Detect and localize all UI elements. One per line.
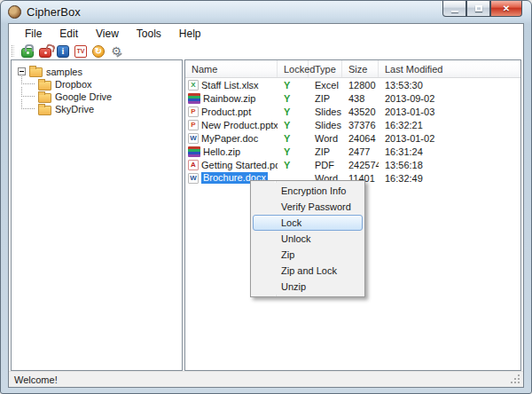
status-text: Welcome! [14,374,58,385]
file-name: Rainbow.zip [203,93,255,104]
tree-item-samples[interactable]: samples [13,65,180,78]
lock-icon[interactable] [21,48,34,58]
tree-label: SkyDrive [55,104,94,114]
column-header-modified[interactable]: Last Modified [379,60,520,77]
title-bar[interactable]: CipherBox ✕ [1,1,531,23]
file-modified: 16:31:24 [379,146,520,157]
ppt-file-icon: P [188,106,199,117]
file-row[interactable]: Hello.zip Y ZIP 2477 16:31:24 [185,145,520,158]
tree-label: Google Drive [55,91,112,102]
context-menu-item-lock[interactable]: Lock [253,215,363,231]
window-title: CipherBox [27,5,81,19]
file-modified: 13:56:18 [379,160,520,170]
app-icon [8,5,21,19]
tree-label: Dropbox [55,79,92,90]
menu-edit[interactable]: Edit [51,25,87,43]
zip-file-icon [188,146,200,157]
file-type: ZIP [309,146,342,157]
file-type: PDF [309,160,342,170]
file-size: 12800 [342,80,379,91]
file-modified: 2013-01-02 [379,133,520,144]
menu-tools[interactable]: Tools [128,25,170,43]
menu-bar: File Edit View Tools Help [9,24,523,43]
maximize-icon [475,5,482,12]
context-menu-item-unzip[interactable]: Unzip [253,279,363,295]
resize-grip-icon[interactable] [511,374,520,383]
archive-icon[interactable]: TV [74,45,87,58]
ppt-file-icon: P [188,120,199,130]
context-menu-item-unlock[interactable]: Unlock [253,231,363,247]
tree-item-google-drive[interactable]: Google Drive [13,91,180,103]
word-file-icon: W [188,133,199,144]
menu-help[interactable]: Help [170,25,210,43]
file-row[interactable]: PNew Product.pptx Y Slides 37376 16:32:2… [185,118,520,131]
tree-item-dropbox[interactable]: Dropbox [13,78,180,91]
file-name: Getting Started.pdf [201,160,278,170]
file-size: 43520 [342,106,379,117]
file-type: Slides [309,120,342,130]
locked-flag: Y [278,120,309,130]
file-type: Word [309,133,342,144]
folder-icon [38,93,51,103]
context-menu-item-zip-and-lock[interactable]: Zip and Lock [253,263,363,279]
status-bar: Welcome! [9,371,523,387]
context-menu-item-zip[interactable]: Zip [253,247,363,263]
file-modified: 2013-09-02 [379,93,520,104]
close-icon: ✕ [503,4,510,13]
file-size: 438 [342,93,379,104]
file-modified: 2013-01-03 [379,106,520,117]
menu-view[interactable]: View [87,25,128,43]
locked-flag: Y [278,93,309,104]
file-row[interactable]: WMyPaper.doc Y Word 24064 2013-01-02 [185,131,520,145]
locked-flag: Y [278,146,309,157]
column-header-name[interactable]: Name [185,60,278,77]
file-name: MyPaper.doc [201,133,258,144]
file-size: 2477 [342,146,379,157]
context-menu-item-encryption-info[interactable]: Encryption Info [253,183,363,199]
close-button[interactable]: ✕ [490,1,522,17]
file-row[interactable]: PProduct.ppt Y Slides 43520 2013-01-03 [185,105,520,118]
folder-icon [38,81,51,91]
locked-flag: Y [278,106,309,117]
folder-icon [38,106,51,115]
file-type: ZIP [309,93,342,104]
tree-item-skydrive[interactable]: SkyDrive [13,103,180,115]
locked-flag: Y [278,133,309,144]
column-header-type[interactable]: Type [309,60,342,77]
file-modified: 16:32:49 [379,173,520,184]
info-icon[interactable]: i [57,45,69,58]
file-row[interactable]: Rainbow.zip Y ZIP 438 2013-09-02 [185,91,520,105]
app-window: CipherBox ✕ File Edit View Tools Help i … [0,0,532,394]
file-name: Product.ppt [201,106,251,117]
file-name: New Product.pptx [201,120,278,130]
toolbar: i TV ↻ ⚙ [9,43,523,59]
tree-label: samples [46,67,82,77]
sync-icon[interactable]: ↻ [92,45,105,58]
minimize-icon [451,11,458,12]
file-size: 242574 [342,160,379,170]
word-file-icon: W [188,173,199,184]
context-menu-item-verify-password[interactable]: Verify Password [253,199,363,215]
excel-file-icon: X [188,80,199,91]
file-modified: 13:53:30 [379,80,520,91]
file-row[interactable]: AGetting Started.pdf Y PDF 242574 13:56:… [185,158,520,171]
folder-tree-panel: samples Dropbox Google Drive SkyDrive [11,59,183,371]
minimize-button[interactable] [442,1,466,17]
file-modified: 16:32:21 [379,120,520,130]
column-header-locked[interactable]: Locked [278,60,309,77]
locked-flag: Y [278,160,309,170]
file-type: Excel [309,80,342,91]
keys-icon[interactable]: ⚙ [110,45,122,58]
file-size: 37376 [342,120,379,130]
pdf-file-icon: A [188,160,199,170]
list-header: Name Locked Type Size Last Modified [185,60,520,78]
unlock-icon[interactable] [39,48,51,58]
file-row[interactable]: XStaff List.xlsx Y Excel 12800 13:53:30 [185,78,520,91]
file-type: Slides [309,106,342,117]
column-header-size[interactable]: Size [342,60,379,77]
menu-file[interactable]: File [16,25,51,43]
maximize-button[interactable] [466,1,490,17]
file-name: Staff List.xlsx [201,80,259,91]
toolbar-grip[interactable] [12,45,14,57]
file-name: Hello.zip [203,146,240,157]
